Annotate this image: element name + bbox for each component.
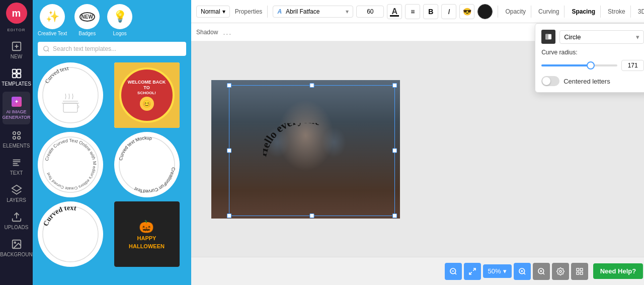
svg-rect-53 — [577, 272, 579, 274]
sidebar-label-text: TEXT — [10, 170, 23, 176]
curving-panel-header: Circle ▾ — [541, 30, 644, 44]
slider-row: 171 — [541, 60, 644, 71]
svg-point-19 — [44, 46, 48, 51]
template-thumb-3[interactable]: Create Curved Text Online with Mockup ed… — [38, 132, 103, 197]
badges-icon: NEW — [74, 4, 100, 29]
template-thumb-5[interactable]: Curved text — [38, 201, 103, 267]
font-icon: A — [277, 8, 282, 15]
top-toolbar: Normal ▾ Properties A Abril Fatface ▾ 60… — [191, 0, 644, 23]
svg-line-20 — [48, 50, 49, 52]
emoji-button[interactable]: 😎 — [459, 4, 474, 19]
text-icon — [11, 157, 23, 169]
badges-label: Badges — [78, 31, 96, 36]
svg-point-7 — [13, 131, 16, 134]
bottom-toolbar: 50% ▾ Need — [191, 257, 644, 285]
zoom-dropdown[interactable]: 50% ▾ — [483, 264, 512, 278]
grid-button[interactable] — [571, 263, 588, 280]
color-swatch-icon — [480, 7, 490, 16]
align-button[interactable]: ≡ — [405, 4, 420, 19]
logos-icon: 💡 — [107, 4, 132, 29]
canvas-image[interactable]: Hello everyone — [211, 80, 400, 219]
svg-line-47 — [543, 273, 544, 274]
sidebar-item-ai-generator[interactable]: ✦ AI IMAGEGENERATOR — [3, 92, 30, 124]
mode-arrow: ▾ — [222, 8, 225, 15]
slider-fill — [541, 64, 591, 66]
mode-dropdown[interactable]: Normal ▾ — [196, 6, 230, 18]
creative-text-item[interactable]: ✨ Creative Text — [38, 4, 67, 37]
sidebar-item-elements[interactable]: ELEMENTS — [0, 125, 33, 153]
sidebar-item-new[interactable]: NEW — [0, 36, 33, 63]
zoom-level: 50% — [488, 267, 501, 275]
fit-button[interactable] — [464, 263, 481, 280]
sidebar-label-layers: LAYERS — [7, 197, 26, 203]
template-thumb-2[interactable]: WELCOME BACKTO SCHOOL! 😊 — [114, 62, 180, 128]
template-thumb-1[interactable]: Curved text — [38, 62, 103, 128]
sidebar-label-new: NEW — [11, 54, 22, 59]
zoom-actual-button[interactable] — [533, 263, 550, 280]
new-icon — [11, 40, 23, 52]
curving-book-icon — [541, 30, 555, 44]
sidebar-item-templates[interactable]: TEMPLATES — [0, 63, 33, 91]
main-area: Normal ▾ Properties A Abril Fatface ▾ 60… — [191, 0, 644, 285]
color-swatch-button[interactable] — [477, 4, 493, 19]
logo-button[interactable]: m — [6, 3, 27, 24]
shadow-label: Shadow — [196, 29, 218, 36]
svg-rect-51 — [577, 268, 579, 271]
search-bar[interactable]: Search text templates... — [38, 42, 186, 56]
sidebar-item-text[interactable]: TEXT — [0, 153, 33, 180]
logos-item[interactable]: 💡 Logos — [107, 4, 132, 37]
stroke-label: Stroke — [608, 8, 625, 15]
separator-2 — [498, 6, 498, 18]
centered-letters-label: Centered letters — [564, 78, 644, 85]
zoom-out-button[interactable] — [445, 263, 462, 280]
help-button[interactable]: Need Help? — [593, 263, 643, 279]
person-silhouette — [211, 80, 400, 219]
sidebar-item-uploads[interactable]: UPLOADS — [0, 207, 33, 234]
zoom-arrow: ▾ — [503, 267, 507, 275]
curving-panel: Circle ▾ Curve radius: 171 Centered lett… — [535, 23, 644, 93]
radius-slider[interactable] — [541, 64, 617, 66]
font-selector[interactable]: A Abril Fatface ▾ — [273, 6, 353, 18]
mode-label: Normal — [201, 8, 220, 15]
text-color-button[interactable]: A — [387, 4, 402, 19]
svg-rect-35 — [545, 34, 548, 40]
radius-value[interactable]: 171 — [621, 60, 644, 71]
template-grid: Curved text WELCOME BACKTO SCHOOL! — [33, 58, 191, 271]
select-arrow: ▾ — [636, 33, 639, 41]
curve-radius-label: Curve radius: — [541, 49, 644, 56]
circle-label: Circle — [564, 33, 581, 41]
italic-button[interactable]: I — [441, 4, 456, 19]
template-thumb-6[interactable]: 🎃 HAPPY HALLOWEEN — [114, 201, 180, 267]
creative-text-label: Creative Text — [38, 31, 67, 37]
template-thumb-4[interactable]: Curved text Mockup CreationFun CurvedTex… — [114, 132, 180, 197]
svg-line-38 — [455, 273, 456, 274]
3d-label: 3D — [638, 8, 644, 15]
bold-button[interactable]: B — [423, 4, 438, 19]
settings-button[interactable] — [552, 263, 569, 280]
circle-shape-select[interactable]: Circle ▾ — [559, 30, 644, 44]
svg-rect-54 — [580, 272, 583, 274]
svg-point-9 — [13, 136, 16, 139]
font-name: Abril Fatface — [286, 8, 319, 15]
sidebar-label-uploads: UPLOADS — [5, 225, 29, 230]
svg-point-10 — [17, 136, 20, 139]
svg-rect-5 — [12, 74, 16, 78]
slider-thumb[interactable] — [587, 61, 595, 69]
svg-point-8 — [17, 131, 20, 134]
help-label: Need Help? — [600, 267, 636, 275]
badges-item[interactable]: NEW Badges — [74, 4, 100, 37]
zoom-in-button[interactable] — [514, 263, 531, 280]
sidebar-item-layers[interactable]: LAYERS — [0, 180, 33, 207]
canvas-image-container: Hello everyone — [211, 80, 400, 219]
sidebar-item-background[interactable]: BACKGROUN — [0, 234, 33, 261]
centered-letters-toggle[interactable] — [541, 76, 559, 86]
emoji-icon: 😎 — [463, 8, 471, 16]
separator-3 — [531, 6, 531, 18]
font-size-input[interactable]: 60 — [356, 6, 384, 18]
separator-6 — [630, 6, 631, 18]
align-icon: ≡ — [411, 8, 415, 16]
spacing-label: Spacing — [572, 8, 595, 15]
svg-point-26 — [43, 137, 98, 192]
creative-text-icon: ✨ — [40, 4, 65, 29]
svg-rect-4 — [17, 69, 20, 73]
